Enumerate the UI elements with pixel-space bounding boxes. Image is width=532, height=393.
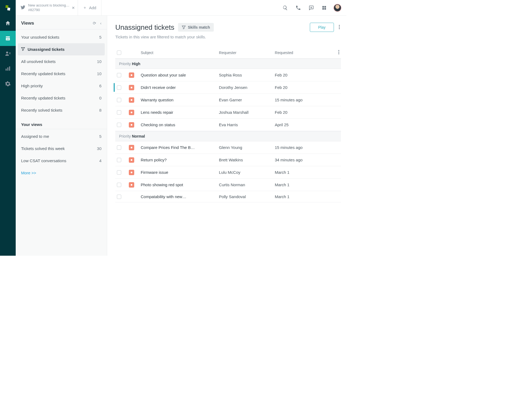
collapse-icon[interactable]: ‹ xyxy=(100,21,101,26)
svg-rect-8 xyxy=(9,66,10,71)
row-checkbox[interactable] xyxy=(117,170,121,175)
view-count: 5 xyxy=(99,134,101,139)
view-options-icon[interactable] xyxy=(338,24,341,31)
view-assigned-to-me[interactable]: Assigned to me 5 xyxy=(16,130,107,142)
cell-requested: March 1 xyxy=(275,182,331,187)
add-label: Add xyxy=(89,5,96,10)
svg-point-18 xyxy=(338,53,339,54)
row-checkbox[interactable] xyxy=(117,123,121,127)
group-header[interactable]: Priority Normal xyxy=(115,131,341,141)
row-checkbox[interactable] xyxy=(117,183,121,187)
svg-rect-4 xyxy=(9,52,11,53)
view-label: Unassigned tickets xyxy=(28,47,65,52)
table-row[interactable]: Compatability with new…Polly SandovalMar… xyxy=(115,191,341,202)
cell-subject: Compare Prices Find The B… xyxy=(141,145,219,150)
cell-subject: Checking on status xyxy=(141,122,219,127)
svg-rect-2 xyxy=(6,39,9,39)
view-count: 10 xyxy=(97,59,101,64)
svg-point-13 xyxy=(339,25,340,26)
table-row[interactable]: Checking on statusEva HarrisApril 25 xyxy=(115,119,341,131)
svg-rect-1 xyxy=(7,8,10,11)
add-tab[interactable]: ＋ Add xyxy=(78,0,101,15)
top-actions xyxy=(277,0,346,15)
col-requested[interactable]: Requested xyxy=(275,51,331,55)
view-recently-updated-1[interactable]: Recently updated tickets 10 xyxy=(16,68,107,80)
nav-rail xyxy=(0,0,16,256)
table-row[interactable]: Firmware issueLulu McCoyMarch 1 xyxy=(115,166,341,179)
col-subject[interactable]: Subject xyxy=(141,51,219,55)
view-count: 0 xyxy=(99,96,101,100)
play-button[interactable]: Play xyxy=(310,23,334,32)
status-open-icon xyxy=(129,110,134,115)
cell-subject: Compatability with new… xyxy=(141,194,219,199)
view-label: Tickets solved this week xyxy=(21,146,65,151)
cell-requested: 15 minutes ago xyxy=(275,98,331,102)
close-icon[interactable]: ✕ xyxy=(72,6,75,10)
view-your-unsolved[interactable]: Your unsolved tickets 5 xyxy=(16,31,107,43)
cell-requester: Curtis Norman xyxy=(219,182,275,187)
view-recently-updated-2[interactable]: Recently updated tickets 0 xyxy=(16,92,107,104)
open-tab[interactable]: New account is blocking… #82790 ✕ xyxy=(16,0,78,15)
table-row[interactable]: Warranty questionEvan Garner15 minutes a… xyxy=(115,94,341,106)
cell-requester: Eva Harris xyxy=(219,122,275,127)
table-row[interactable]: Didn't receive orderDorothy JensenFeb 20 xyxy=(115,81,341,94)
cell-requested: 15 minutes ago xyxy=(275,145,331,150)
more-views-link[interactable]: More >> xyxy=(16,167,107,179)
nav-views[interactable] xyxy=(0,31,16,46)
phone-icon[interactable] xyxy=(294,4,302,12)
group-header[interactable]: Priority High xyxy=(115,59,341,69)
brand-logo xyxy=(0,0,16,16)
row-checkbox[interactable] xyxy=(117,195,121,199)
avatar[interactable] xyxy=(333,4,341,12)
title-row: Unassigned tickets Skills match Play xyxy=(115,23,341,32)
svg-rect-12 xyxy=(324,8,326,9)
select-all-checkbox[interactable] xyxy=(117,51,121,55)
view-solved-this-week[interactable]: Tickets solved this week 30 xyxy=(16,142,107,155)
column-options-icon[interactable] xyxy=(331,50,339,55)
cell-requested: 34 minutes ago xyxy=(275,158,331,162)
row-checkbox[interactable] xyxy=(117,110,121,115)
view-unassigned[interactable]: Unassigned tickets xyxy=(18,43,105,55)
table-row[interactable]: Return policy?Brett Watkins34 minutes ag… xyxy=(115,154,341,166)
skills-match-badge[interactable]: Skills match xyxy=(178,23,214,32)
ticket-table: Subject Requester Requested Priority Hig… xyxy=(115,47,341,202)
nav-home[interactable] xyxy=(0,16,16,31)
cell-requester: Brett Watkins xyxy=(219,158,275,162)
table-row[interactable]: Photo showing red spotCurtis NormanMarch… xyxy=(115,179,341,191)
cell-subject: Didn't receive order xyxy=(141,85,219,90)
table-row[interactable]: Lens needs repairJoshua MarshallFeb 20 xyxy=(115,106,341,119)
search-icon[interactable] xyxy=(281,4,289,12)
row-checkbox[interactable] xyxy=(117,85,121,90)
row-checkbox[interactable] xyxy=(117,73,121,77)
col-requester[interactable]: Requester xyxy=(219,51,275,55)
nav-customers[interactable] xyxy=(0,46,16,61)
nav-reporting[interactable] xyxy=(0,61,16,76)
view-recently-solved[interactable]: Recently solved tickets 8 xyxy=(16,104,107,116)
table-row[interactable]: Question about your saleSophia RossFeb 2… xyxy=(115,69,341,81)
table-row[interactable]: Compare Prices Find The B…Glenn Young15 … xyxy=(115,141,341,154)
view-count: 5 xyxy=(99,35,101,39)
view-low-csat[interactable]: Low CSAT conversations 4 xyxy=(16,155,107,167)
view-count: 10 xyxy=(97,71,101,76)
svg-point-3 xyxy=(6,52,8,54)
view-label: Recently updated tickets xyxy=(21,71,65,76)
cell-requested: Feb 20 xyxy=(275,73,331,77)
row-checkbox[interactable] xyxy=(117,145,121,150)
tab-subtitle: #82790 xyxy=(28,8,69,12)
topbar: New account is blocking… #82790 ✕ ＋ Add xyxy=(16,0,346,16)
view-label: Low CSAT conversations xyxy=(21,158,66,163)
svg-point-16 xyxy=(338,50,339,51)
view-all-unsolved[interactable]: All unsolved tickets 10 xyxy=(16,55,107,68)
apps-icon[interactable] xyxy=(320,4,328,12)
view-high-priority[interactable]: High priority 6 xyxy=(16,80,107,92)
status-open-icon xyxy=(129,72,134,78)
view-label: Assigned to me xyxy=(21,134,49,139)
status-open-icon xyxy=(129,170,134,175)
row-checkbox[interactable] xyxy=(117,98,121,102)
chat-icon[interactable] xyxy=(307,4,315,12)
nav-admin[interactable] xyxy=(0,76,16,91)
view-label: Your unsolved tickets xyxy=(21,35,59,39)
refresh-icon[interactable]: ⟳ xyxy=(93,21,96,26)
cell-requester: Glenn Young xyxy=(219,145,275,150)
row-checkbox[interactable] xyxy=(117,158,121,162)
